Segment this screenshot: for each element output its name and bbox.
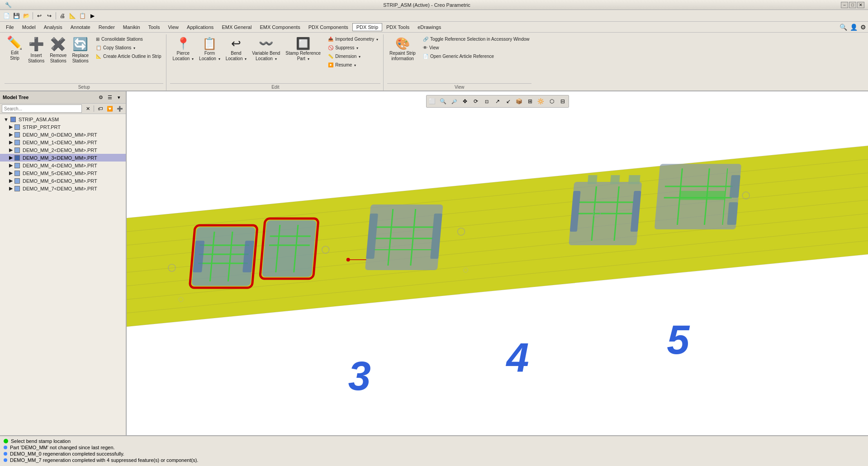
tree-filter2-btn[interactable]: 🔽 xyxy=(106,105,114,113)
qa-undo[interactable]: ↩ xyxy=(35,11,44,20)
create-article-button[interactable]: 📐 Create Article Outline in Strip xyxy=(94,52,163,60)
stamp-reference-button[interactable]: 🔲 Stamp ReferencePart ▾ xyxy=(283,35,323,63)
view-button[interactable]: 👁 View xyxy=(421,44,532,52)
tree-item-demo6[interactable]: ▶ DEMO_MM_6<DEMO_MM>.PRT xyxy=(0,177,126,185)
copy-stations-button[interactable]: 📋 Copy Stations ▾ xyxy=(94,44,163,52)
tree-item-label-demo7: DEMO_MM_7<DEMO_MM>.PRT xyxy=(23,186,97,191)
prt2-box-icon xyxy=(14,147,20,153)
menu-emx-general[interactable]: EMX General xyxy=(218,23,256,31)
consolidate-icon: ⊞ xyxy=(96,37,100,42)
vp-shade-btn[interactable]: ⊞ xyxy=(525,96,535,106)
prt1-box-icon xyxy=(14,140,20,145)
consolidate-stations-button[interactable]: ⊞ Consolidate Stations xyxy=(94,35,163,43)
dimension-button[interactable]: 📏 Dimension ▾ xyxy=(326,52,380,60)
vp-forward-btn[interactable]: ↙ xyxy=(503,96,513,106)
status-line-3: DEMO_MM_0 regeneration completed success… xyxy=(4,451,864,457)
vp-hex-btn[interactable]: ⬡ xyxy=(547,96,557,106)
replace-stations-button[interactable]: 🔄 ReplaceStations xyxy=(70,35,91,65)
menu-applications[interactable]: Applications xyxy=(183,23,218,31)
menu-render[interactable]: Render xyxy=(95,23,119,31)
suppress-button[interactable]: 🚫 Suppress ▾ xyxy=(326,44,380,52)
remove-stations-button[interactable]: ✖️ RemoveStations xyxy=(47,35,69,65)
window-controls: – □ ✕ xyxy=(841,2,864,8)
minimize-button[interactable]: – xyxy=(841,2,848,8)
tree-item-demo1[interactable]: ▶ DEMO_MM_1<DEMO_MM>.PRT xyxy=(0,138,126,146)
status-text-1: Select bend stamp location xyxy=(11,438,71,444)
menu-view[interactable]: View xyxy=(164,23,183,31)
qa-save[interactable]: 💾 xyxy=(12,11,21,20)
qa-redo[interactable]: ↪ xyxy=(45,11,54,20)
tree-columns-btn[interactable]: ☰ xyxy=(106,93,114,101)
tree-item-demo7[interactable]: ▶ DEMO_MM_7<DEMO_MM>.PRT xyxy=(0,185,126,192)
vp-grid-btn[interactable]: ⊟ xyxy=(558,96,568,106)
qa-copy[interactable]: 📋 xyxy=(78,11,87,20)
resume-button[interactable]: ▶️ Resume ▾ xyxy=(326,61,380,69)
close-button[interactable]: ✕ xyxy=(857,2,864,8)
variable-bend-button[interactable]: 〰️ Variable BendLocation ▾ xyxy=(250,35,282,63)
tree-prt5-arrow: ▶ xyxy=(9,170,13,176)
insert-stations-button[interactable]: ➕ InsertStations xyxy=(26,35,47,65)
tree-settings-btn[interactable]: ⚙ xyxy=(97,93,105,101)
imported-geometry-button[interactable]: 📥 Imported Geometry ▾ xyxy=(326,35,380,43)
tree-item-demo5[interactable]: ▶ DEMO_MM_5<DEMO_MM>.PRT xyxy=(0,169,126,177)
tree-search-input[interactable] xyxy=(2,105,82,113)
edit-strip-button[interactable]: ✏️ EditStrip xyxy=(5,35,25,62)
menu-file[interactable]: File xyxy=(2,23,18,31)
viewport-toolbar: ⬜ 🔍 🔎 ✥ ⟳ ⊡ ↗ ↙ 📦 ⊞ 🔆 ⬡ ⊟ xyxy=(426,95,569,108)
vp-box-btn[interactable]: 📦 xyxy=(514,96,524,106)
menu-tools[interactable]: Tools xyxy=(144,23,164,31)
menu-annotate[interactable]: Annotate xyxy=(66,23,95,31)
menu-pdx-strip[interactable]: PDX Strip xyxy=(352,23,382,31)
tree-filter-btn[interactable]: 🏷 xyxy=(96,105,104,113)
create-article-icon: 📐 xyxy=(96,54,101,59)
vp-fit-btn[interactable]: ⬜ xyxy=(427,96,437,106)
form-icon: 📋 xyxy=(202,37,217,51)
menu-model[interactable]: Model xyxy=(18,23,40,31)
tree-item-strip-asm[interactable]: ▼ STRIP_ASM.ASM xyxy=(0,116,126,123)
bend-location-button[interactable]: ↩ BendLocation ▾ xyxy=(223,35,249,63)
qa-print[interactable]: 🖨 xyxy=(58,11,67,20)
vp-zoom-in-btn[interactable]: 🔍 xyxy=(438,96,448,106)
variable-bend-label: Variable BendLocation ▾ xyxy=(252,51,280,62)
menu-emx-components[interactable]: EMX Components xyxy=(256,23,304,31)
repaint-strip-button[interactable]: 🎨 Repaint Stripinformation xyxy=(387,35,418,63)
tree-sep xyxy=(94,105,94,112)
tree-item-demo3[interactable]: ▶ DEMO_MM_3<DEMO_MM>.PRT xyxy=(0,154,126,162)
model-tree-content: ▼ STRIP_ASM.ASM ▶ STRIP_PRT.PRT ▶ DEMO_M… xyxy=(0,114,126,435)
3d-scene[interactable]: 3 4 5 xyxy=(127,91,868,435)
maximize-button[interactable]: □ xyxy=(849,2,856,8)
menu-analysis[interactable]: Analysis xyxy=(40,23,66,31)
menu-manikin[interactable]: Manikin xyxy=(119,23,144,31)
qa-new[interactable]: 📄 xyxy=(2,11,11,20)
tree-close-btn[interactable]: ✕ xyxy=(84,105,92,113)
vp-rotate-btn[interactable]: ⟳ xyxy=(471,96,481,106)
menu-edrawings[interactable]: eDrawings xyxy=(413,23,445,31)
model-tree-header: Model Tree ⚙ ☰ ▾ xyxy=(0,91,126,104)
pierce-location-button[interactable]: 📍 PierceLocation ▾ xyxy=(170,35,196,63)
vp-light-btn[interactable]: 🔆 xyxy=(536,96,546,106)
toggle-reference-button[interactable]: 🔗 Toggle Reference Selection in Accessor… xyxy=(421,35,532,43)
tree-expand-btn[interactable]: ▾ xyxy=(115,93,123,101)
form-location-button[interactable]: 📋 FormLocation ▾ xyxy=(197,35,223,63)
viewport[interactable]: ⬜ 🔍 🔎 ✥ ⟳ ⊡ ↗ ↙ 📦 ⊞ 🔆 ⬡ ⊟ xyxy=(127,91,868,435)
tree-item-demo2[interactable]: ▶ DEMO_MM_2<DEMO_MM>.PRT xyxy=(0,146,126,154)
vp-zoom-out-btn[interactable]: 🔎 xyxy=(449,96,459,106)
bend-icon: ↩ xyxy=(231,37,241,51)
tree-item-strip-prt[interactable]: ▶ STRIP_PRT.PRT xyxy=(0,123,126,131)
search-icon[interactable]: 🔍 xyxy=(840,24,847,31)
vp-pan-btn[interactable]: ✥ xyxy=(460,96,470,106)
qa-open[interactable]: 📂 xyxy=(22,11,31,20)
tree-add-btn[interactable]: ➕ xyxy=(116,105,124,113)
menu-pdx-components[interactable]: PDX Components xyxy=(304,23,352,31)
qa-run[interactable]: ▶ xyxy=(88,11,97,20)
qa-measure[interactable]: 📐 xyxy=(68,11,77,20)
tree-item-demo0[interactable]: ▶ DEMO_MM_0<DEMO_MM>.PRT xyxy=(0,131,126,138)
status-text-4: DEMO_MM_7 regeneration completed with 4 … xyxy=(10,457,198,463)
tree-item-demo4[interactable]: ▶ DEMO_MM_4<DEMO_MM>.PRT xyxy=(0,162,126,169)
vp-back-btn[interactable]: ↗ xyxy=(493,96,503,106)
menu-pdx-tools[interactable]: PDX Tools xyxy=(382,23,413,31)
open-generic-button[interactable]: 📄 Open Generic Article Reference xyxy=(421,52,532,60)
settings-icon[interactable]: ⚙ xyxy=(860,24,866,31)
vp-zoom-area-btn[interactable]: ⊡ xyxy=(482,96,492,106)
suppress-label: Suppress ▾ xyxy=(335,45,358,50)
